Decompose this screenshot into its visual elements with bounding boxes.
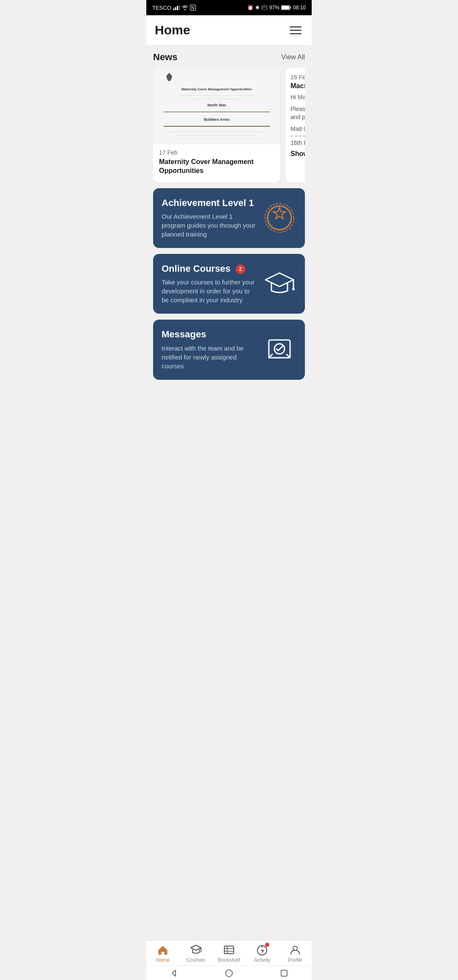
messages-card-title: Messages bbox=[162, 329, 256, 340]
svg-rect-3 bbox=[179, 5, 180, 10]
news-show-more[interactable]: Show Mor bbox=[290, 150, 305, 158]
svg-marker-9 bbox=[265, 273, 293, 287]
carrier-label: TESCO bbox=[152, 5, 171, 11]
status-right: ⏰ ✱ 📳 97% 08:10 bbox=[247, 5, 306, 11]
news-card-1-body: 17 Feb Maternity Cover Management Opport… bbox=[153, 144, 280, 182]
nfc-icon: N bbox=[190, 5, 196, 11]
news-scroll: Maternity Cover Management Opportunities… bbox=[153, 68, 305, 182]
news-card-2-body4: 16th Februar bbox=[290, 139, 305, 148]
wifi-icon bbox=[182, 5, 188, 10]
news-card-2-body3: Matt 079678 bbox=[290, 125, 305, 134]
battery-icon bbox=[281, 5, 291, 10]
news-section-header: News View All bbox=[153, 52, 305, 63]
battery-label: 97% bbox=[269, 5, 279, 11]
news-card-1[interactable]: Maternity Cover Management Opportunities… bbox=[153, 68, 280, 182]
time-label: 08:10 bbox=[293, 5, 306, 11]
main-content: News View All Maternity Cover Management… bbox=[146, 45, 312, 422]
svg-point-11 bbox=[292, 288, 295, 290]
alarm-icon: ⏰ bbox=[247, 5, 254, 11]
news-card-1-date: 17 Feb bbox=[159, 149, 274, 156]
svg-rect-0 bbox=[173, 8, 174, 10]
svg-point-7 bbox=[268, 206, 291, 230]
online-courses-card-text: Online Courses 2 Take your courses to fu… bbox=[162, 263, 263, 304]
online-courses-card-desc: Take your courses to further your develo… bbox=[162, 278, 256, 304]
news-card-2-date: 16 Feb bbox=[290, 74, 305, 81]
messages-card-desc: Interact with the team and be notified f… bbox=[162, 344, 256, 370]
achievement-card[interactable]: Achievement Level 1 Our Achievement Leve… bbox=[153, 188, 305, 248]
online-courses-card-title: Online Courses 2 bbox=[162, 263, 256, 274]
news-card-2-title: Macs Weekl bbox=[290, 82, 305, 90]
online-courses-badge: 2 bbox=[236, 264, 245, 274]
messages-icon bbox=[263, 333, 296, 367]
achievement-card-text: Achievement Level 1 Our Achievement Leve… bbox=[162, 198, 263, 239]
svg-rect-6 bbox=[290, 7, 291, 8]
news-card-2[interactable]: 16 Feb Macs Weekl Hi Macs Peo Please see… bbox=[285, 68, 305, 182]
status-bar: TESCO N ⏰ ✱ 📳 97% 08:10 bbox=[146, 0, 312, 15]
svg-rect-1 bbox=[175, 7, 176, 10]
courses-icon bbox=[263, 267, 296, 301]
bluetooth-icon: ✱ bbox=[255, 5, 260, 11]
messages-card[interactable]: Messages Interact with the team and be n… bbox=[153, 320, 305, 379]
logo-icon bbox=[163, 72, 175, 84]
achievement-icon bbox=[263, 201, 296, 235]
news-card-2-body1: Hi Macs Peo bbox=[290, 93, 305, 102]
news-card-2-body2: Please see a newsletter. A and please c … bbox=[290, 105, 305, 122]
news-section-title: News bbox=[153, 52, 177, 63]
view-all-link[interactable]: View All bbox=[281, 53, 305, 61]
page-title: Home bbox=[155, 23, 190, 37]
menu-button[interactable] bbox=[288, 25, 303, 36]
vibrate-icon: 📳 bbox=[261, 5, 268, 11]
svg-rect-2 bbox=[177, 6, 178, 10]
achievement-card-title: Achievement Level 1 bbox=[162, 198, 256, 209]
status-left: TESCO N bbox=[152, 5, 196, 11]
svg-rect-5 bbox=[282, 6, 289, 9]
signal-icon bbox=[173, 5, 180, 10]
news-card-1-headline: Maternity Cover Management Opportunities bbox=[159, 158, 274, 175]
news-card-1-image: Maternity Cover Management Opportunities… bbox=[153, 68, 280, 144]
header: Home bbox=[146, 15, 312, 45]
achievement-card-desc: Our Achievement Level 1 program guides y… bbox=[162, 212, 256, 239]
online-courses-card[interactable]: Online Courses 2 Take your courses to fu… bbox=[153, 254, 305, 314]
messages-card-text: Messages Interact with the team and be n… bbox=[162, 329, 263, 370]
